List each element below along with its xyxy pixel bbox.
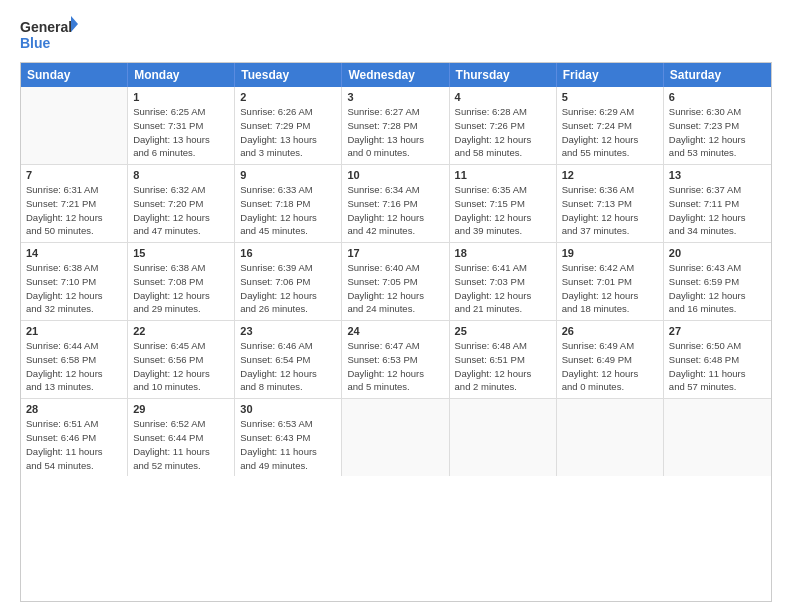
day-number: 20 bbox=[669, 247, 766, 259]
calendar-cell: 11Sunrise: 6:35 AM Sunset: 7:15 PM Dayli… bbox=[450, 165, 557, 242]
sun-info: Sunrise: 6:33 AM Sunset: 7:18 PM Dayligh… bbox=[240, 183, 336, 238]
sun-info: Sunrise: 6:35 AM Sunset: 7:15 PM Dayligh… bbox=[455, 183, 551, 238]
calendar-body: 1Sunrise: 6:25 AM Sunset: 7:31 PM Daylig… bbox=[21, 87, 771, 476]
sun-info: Sunrise: 6:25 AM Sunset: 7:31 PM Dayligh… bbox=[133, 105, 229, 160]
day-number: 5 bbox=[562, 91, 658, 103]
day-number: 14 bbox=[26, 247, 122, 259]
calendar-header-cell: Thursday bbox=[450, 63, 557, 87]
sun-info: Sunrise: 6:32 AM Sunset: 7:20 PM Dayligh… bbox=[133, 183, 229, 238]
sun-info: Sunrise: 6:51 AM Sunset: 6:46 PM Dayligh… bbox=[26, 417, 122, 472]
calendar-cell: 14Sunrise: 6:38 AM Sunset: 7:10 PM Dayli… bbox=[21, 243, 128, 320]
calendar-cell: 27Sunrise: 6:50 AM Sunset: 6:48 PM Dayli… bbox=[664, 321, 771, 398]
calendar-cell: 2Sunrise: 6:26 AM Sunset: 7:29 PM Daylig… bbox=[235, 87, 342, 164]
sun-info: Sunrise: 6:30 AM Sunset: 7:23 PM Dayligh… bbox=[669, 105, 766, 160]
calendar-header-cell: Sunday bbox=[21, 63, 128, 87]
day-number: 30 bbox=[240, 403, 336, 415]
calendar-cell: 8Sunrise: 6:32 AM Sunset: 7:20 PM Daylig… bbox=[128, 165, 235, 242]
svg-marker-1 bbox=[71, 16, 78, 32]
day-number: 19 bbox=[562, 247, 658, 259]
day-number: 27 bbox=[669, 325, 766, 337]
day-number: 3 bbox=[347, 91, 443, 103]
sun-info: Sunrise: 6:42 AM Sunset: 7:01 PM Dayligh… bbox=[562, 261, 658, 316]
day-number: 12 bbox=[562, 169, 658, 181]
day-number: 18 bbox=[455, 247, 551, 259]
day-number: 10 bbox=[347, 169, 443, 181]
calendar-cell: 24Sunrise: 6:47 AM Sunset: 6:53 PM Dayli… bbox=[342, 321, 449, 398]
day-number: 4 bbox=[455, 91, 551, 103]
day-number: 11 bbox=[455, 169, 551, 181]
calendar-cell: 18Sunrise: 6:41 AM Sunset: 7:03 PM Dayli… bbox=[450, 243, 557, 320]
sun-info: Sunrise: 6:46 AM Sunset: 6:54 PM Dayligh… bbox=[240, 339, 336, 394]
calendar-cell: 15Sunrise: 6:38 AM Sunset: 7:08 PM Dayli… bbox=[128, 243, 235, 320]
day-number: 6 bbox=[669, 91, 766, 103]
calendar-cell: 28Sunrise: 6:51 AM Sunset: 6:46 PM Dayli… bbox=[21, 399, 128, 476]
calendar-cell: 26Sunrise: 6:49 AM Sunset: 6:49 PM Dayli… bbox=[557, 321, 664, 398]
calendar-cell: 16Sunrise: 6:39 AM Sunset: 7:06 PM Dayli… bbox=[235, 243, 342, 320]
sun-info: Sunrise: 6:47 AM Sunset: 6:53 PM Dayligh… bbox=[347, 339, 443, 394]
calendar-cell: 3Sunrise: 6:27 AM Sunset: 7:28 PM Daylig… bbox=[342, 87, 449, 164]
calendar-cell: 6Sunrise: 6:30 AM Sunset: 7:23 PM Daylig… bbox=[664, 87, 771, 164]
day-number: 23 bbox=[240, 325, 336, 337]
calendar-row: 14Sunrise: 6:38 AM Sunset: 7:10 PM Dayli… bbox=[21, 243, 771, 321]
sun-info: Sunrise: 6:31 AM Sunset: 7:21 PM Dayligh… bbox=[26, 183, 122, 238]
logo-icon: General Blue bbox=[20, 16, 80, 54]
calendar-cell bbox=[21, 87, 128, 164]
day-number: 8 bbox=[133, 169, 229, 181]
sun-info: Sunrise: 6:43 AM Sunset: 6:59 PM Dayligh… bbox=[669, 261, 766, 316]
calendar-cell: 20Sunrise: 6:43 AM Sunset: 6:59 PM Dayli… bbox=[664, 243, 771, 320]
calendar: SundayMondayTuesdayWednesdayThursdayFrid… bbox=[20, 62, 772, 602]
calendar-header-cell: Tuesday bbox=[235, 63, 342, 87]
sun-info: Sunrise: 6:40 AM Sunset: 7:05 PM Dayligh… bbox=[347, 261, 443, 316]
sun-info: Sunrise: 6:53 AM Sunset: 6:43 PM Dayligh… bbox=[240, 417, 336, 472]
calendar-cell: 21Sunrise: 6:44 AM Sunset: 6:58 PM Dayli… bbox=[21, 321, 128, 398]
page: General Blue SundayMondayTuesdayWednesda… bbox=[0, 0, 792, 612]
day-number: 16 bbox=[240, 247, 336, 259]
calendar-cell: 7Sunrise: 6:31 AM Sunset: 7:21 PM Daylig… bbox=[21, 165, 128, 242]
calendar-row: 7Sunrise: 6:31 AM Sunset: 7:21 PM Daylig… bbox=[21, 165, 771, 243]
calendar-cell bbox=[342, 399, 449, 476]
calendar-cell: 4Sunrise: 6:28 AM Sunset: 7:26 PM Daylig… bbox=[450, 87, 557, 164]
svg-text:General: General bbox=[20, 19, 72, 35]
calendar-header-cell: Wednesday bbox=[342, 63, 449, 87]
calendar-cell bbox=[557, 399, 664, 476]
sun-info: Sunrise: 6:28 AM Sunset: 7:26 PM Dayligh… bbox=[455, 105, 551, 160]
sun-info: Sunrise: 6:37 AM Sunset: 7:11 PM Dayligh… bbox=[669, 183, 766, 238]
sun-info: Sunrise: 6:49 AM Sunset: 6:49 PM Dayligh… bbox=[562, 339, 658, 394]
day-number: 7 bbox=[26, 169, 122, 181]
sun-info: Sunrise: 6:45 AM Sunset: 6:56 PM Dayligh… bbox=[133, 339, 229, 394]
header: General Blue bbox=[20, 16, 772, 54]
sun-info: Sunrise: 6:26 AM Sunset: 7:29 PM Dayligh… bbox=[240, 105, 336, 160]
calendar-cell: 5Sunrise: 6:29 AM Sunset: 7:24 PM Daylig… bbox=[557, 87, 664, 164]
day-number: 21 bbox=[26, 325, 122, 337]
calendar-header-cell: Saturday bbox=[664, 63, 771, 87]
sun-info: Sunrise: 6:38 AM Sunset: 7:08 PM Dayligh… bbox=[133, 261, 229, 316]
day-number: 26 bbox=[562, 325, 658, 337]
calendar-cell: 19Sunrise: 6:42 AM Sunset: 7:01 PM Dayli… bbox=[557, 243, 664, 320]
day-number: 28 bbox=[26, 403, 122, 415]
day-number: 2 bbox=[240, 91, 336, 103]
sun-info: Sunrise: 6:36 AM Sunset: 7:13 PM Dayligh… bbox=[562, 183, 658, 238]
calendar-cell: 29Sunrise: 6:52 AM Sunset: 6:44 PM Dayli… bbox=[128, 399, 235, 476]
calendar-cell: 10Sunrise: 6:34 AM Sunset: 7:16 PM Dayli… bbox=[342, 165, 449, 242]
sun-info: Sunrise: 6:29 AM Sunset: 7:24 PM Dayligh… bbox=[562, 105, 658, 160]
day-number: 29 bbox=[133, 403, 229, 415]
day-number: 24 bbox=[347, 325, 443, 337]
calendar-cell: 17Sunrise: 6:40 AM Sunset: 7:05 PM Dayli… bbox=[342, 243, 449, 320]
calendar-cell: 1Sunrise: 6:25 AM Sunset: 7:31 PM Daylig… bbox=[128, 87, 235, 164]
calendar-header: SundayMondayTuesdayWednesdayThursdayFrid… bbox=[21, 63, 771, 87]
sun-info: Sunrise: 6:44 AM Sunset: 6:58 PM Dayligh… bbox=[26, 339, 122, 394]
svg-text:Blue: Blue bbox=[20, 35, 51, 51]
calendar-cell: 12Sunrise: 6:36 AM Sunset: 7:13 PM Dayli… bbox=[557, 165, 664, 242]
day-number: 13 bbox=[669, 169, 766, 181]
calendar-row: 21Sunrise: 6:44 AM Sunset: 6:58 PM Dayli… bbox=[21, 321, 771, 399]
sun-info: Sunrise: 6:41 AM Sunset: 7:03 PM Dayligh… bbox=[455, 261, 551, 316]
sun-info: Sunrise: 6:39 AM Sunset: 7:06 PM Dayligh… bbox=[240, 261, 336, 316]
day-number: 9 bbox=[240, 169, 336, 181]
day-number: 15 bbox=[133, 247, 229, 259]
day-number: 1 bbox=[133, 91, 229, 103]
sun-info: Sunrise: 6:27 AM Sunset: 7:28 PM Dayligh… bbox=[347, 105, 443, 160]
calendar-row: 1Sunrise: 6:25 AM Sunset: 7:31 PM Daylig… bbox=[21, 87, 771, 165]
logo: General Blue bbox=[20, 16, 80, 54]
calendar-cell: 23Sunrise: 6:46 AM Sunset: 6:54 PM Dayli… bbox=[235, 321, 342, 398]
calendar-row: 28Sunrise: 6:51 AM Sunset: 6:46 PM Dayli… bbox=[21, 399, 771, 476]
